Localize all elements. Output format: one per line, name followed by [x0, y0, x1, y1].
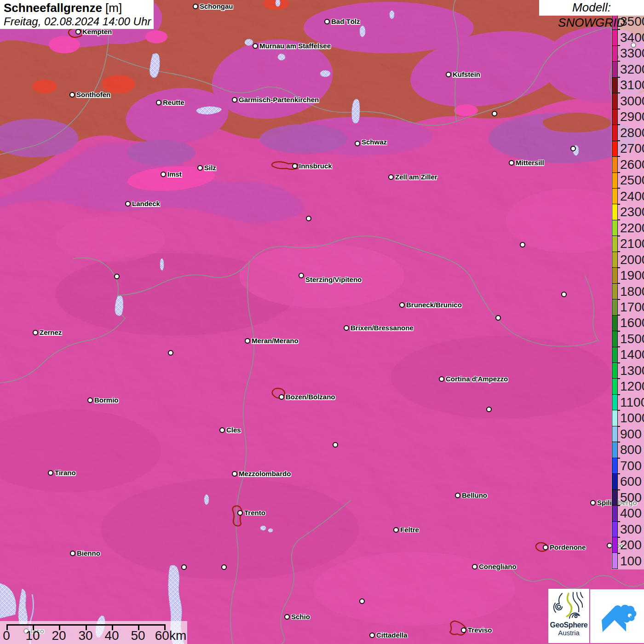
city-label: Innsbruck	[299, 162, 332, 169]
colorbar-tick	[618, 442, 620, 443]
colorbar-tick	[618, 521, 620, 522]
geosphere-country: Austria	[548, 629, 589, 637]
colorbar-tick	[618, 45, 620, 46]
colorbar-tick	[618, 236, 620, 236]
colorbar-segment	[612, 125, 617, 141]
colorbar-segment	[612, 490, 617, 506]
city-label: Zell am Ziller	[395, 173, 437, 180]
city-label: Murnau am Staffelsee	[259, 42, 331, 49]
geosphere-logo: GeoSphere Austria	[548, 589, 589, 643]
scalebar-label: 0	[3, 629, 10, 642]
city-dot	[388, 174, 394, 180]
colorbar-segment	[612, 316, 617, 331]
colorbar-segment	[612, 78, 617, 93]
colorbar-tick	[618, 489, 620, 490]
city-dot	[193, 4, 198, 9]
colorbar-tick	[618, 473, 620, 474]
colorbar-segment	[612, 442, 617, 458]
city-dot	[168, 350, 173, 356]
colorbar-value: 300	[620, 523, 642, 536]
city-label: Reutte	[163, 99, 184, 106]
city-dot	[570, 146, 576, 151]
scalebar-label: 50	[131, 629, 145, 642]
city-label: Belluno	[462, 492, 487, 499]
colorbar-tick	[618, 124, 620, 125]
colorbar-segment	[612, 189, 617, 204]
city-dot	[446, 72, 451, 77]
city-dot	[87, 397, 93, 403]
colorbar-value: 1600	[620, 316, 644, 329]
city-dot	[161, 172, 166, 177]
colorbar-value: 1100	[620, 396, 644, 409]
colorbar-tick	[618, 109, 620, 109]
colorbar-segment	[612, 173, 617, 189]
colorbar-segment	[612, 204, 617, 220]
colorbar-tick	[618, 553, 620, 554]
city-dot	[69, 92, 75, 98]
city-dot	[543, 545, 548, 550]
colorbar-value: 3100	[620, 79, 644, 92]
city-label: Cittadella	[376, 632, 408, 638]
colorbar-tick	[618, 410, 620, 411]
city-dot	[219, 427, 225, 433]
colorbar-segment	[612, 426, 617, 442]
city-dot	[232, 97, 237, 103]
city-dot	[369, 632, 375, 638]
colorbar-value: 600	[620, 475, 642, 488]
colorbar-segment	[612, 395, 617, 410]
colorbar-tick	[618, 92, 620, 93]
city-dot	[355, 141, 360, 146]
city-label: Feltre	[400, 526, 419, 533]
city-label: Sonthofen	[76, 91, 110, 98]
colorbar-segment	[612, 474, 617, 489]
city-dot	[48, 470, 53, 476]
colorbar-tick	[618, 505, 620, 506]
city-label: Landeck	[132, 200, 160, 207]
city-dot	[509, 160, 514, 166]
city-layer: SchongauBad TölzKemptenMurnau am Staffel…	[0, 0, 644, 644]
city-label: Treviso	[468, 627, 492, 633]
colorbar-segment	[612, 141, 617, 157]
city-label: Conegliano	[479, 563, 517, 570]
scalebar-label: 30	[78, 629, 92, 642]
city-label: Pordenone	[550, 544, 586, 551]
colorbar-value: 2300	[620, 206, 644, 218]
colorbar-tick	[618, 315, 620, 316]
colorbar-value: 1400	[620, 348, 644, 361]
colorbar-value: 1500	[620, 333, 644, 345]
colorbar-value: 2600	[620, 158, 644, 171]
colorbar-tick	[618, 458, 620, 459]
city-label: Zernez	[40, 329, 62, 336]
city-label: Bruneck/Brunico	[406, 301, 462, 308]
colorbar-value: 1800	[620, 285, 644, 298]
colorbar-value: 400	[620, 507, 642, 520]
city-dot	[292, 163, 298, 169]
city-dot	[232, 471, 237, 477]
city-dot	[461, 627, 466, 633]
weather-map: SchongauBad TölzKemptenMurnau am Staffel…	[0, 0, 644, 644]
colorbar-segment	[612, 93, 617, 109]
city-dot	[333, 442, 338, 448]
colorbar-segment	[612, 553, 617, 568]
city-dot	[439, 376, 444, 382]
city-label: Cortina d'Ampezzo	[446, 375, 508, 382]
city-dot	[324, 19, 330, 24]
colorbar-value: 1900	[620, 269, 644, 282]
colorbar-segment	[612, 109, 617, 125]
scalebar-label: 40	[104, 629, 119, 642]
colorbar-segment	[612, 347, 617, 363]
city-dot	[33, 330, 38, 335]
colorbar-value: 700	[620, 460, 642, 472]
colorbar-tick	[618, 331, 620, 332]
city-dot	[306, 216, 311, 221]
colorbar-tick	[618, 346, 620, 347]
colorbar-segment	[612, 537, 617, 553]
colorbar-value: 2500	[620, 174, 644, 187]
colorbar-value: 1200	[620, 380, 644, 393]
city-dot	[399, 302, 405, 308]
mountain-cloud-icon	[590, 589, 644, 643]
colorbar-tick	[618, 267, 620, 268]
city-dot	[70, 551, 75, 556]
colorbar-value: 2000	[620, 253, 644, 266]
scalebar-label: 60km	[155, 629, 186, 642]
